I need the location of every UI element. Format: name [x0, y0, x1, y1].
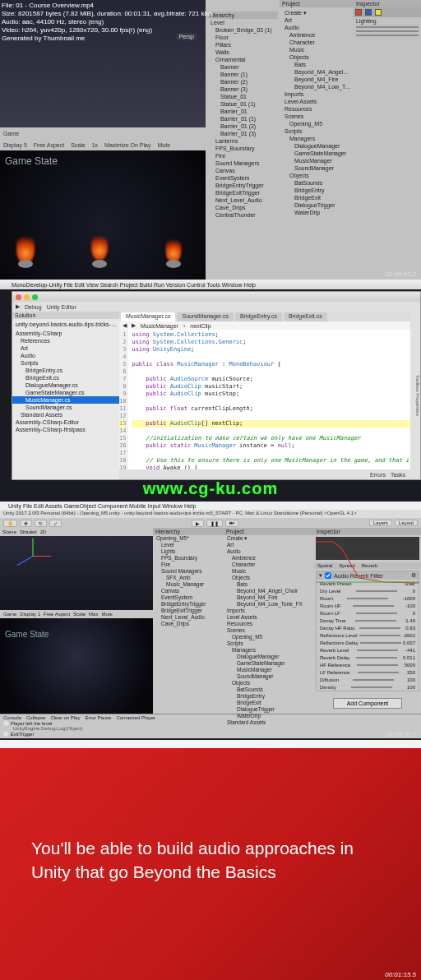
game-view[interactable]: Game State	[0, 150, 206, 280]
target-dropdown[interactable]: Unity Editor	[47, 304, 76, 310]
tree-item[interactable]: Audio	[12, 352, 119, 359]
tree-item[interactable]: GameStateManager	[224, 660, 314, 667]
inspector-slider[interactable]	[356, 26, 419, 28]
editor-tab[interactable]: BridgeEntry.cs	[235, 312, 282, 321]
hierarchy-tree[interactable]: Opening_M5*LevelLightsFPS_BoundaryFireSo…	[153, 535, 224, 627]
tree-item[interactable]: BridgeEntryTrigger	[153, 601, 224, 608]
tree-item[interactable]: Objects	[281, 53, 352, 61]
nav-fwd-icon[interactable]: ▶	[132, 322, 136, 329]
tree-item[interactable]: Art	[281, 16, 352, 24]
tree-item[interactable]: Art	[224, 542, 314, 548]
tree-item[interactable]: Managers	[224, 647, 314, 654]
hierarchy-panel-title[interactable]: Hierarchy	[153, 528, 224, 535]
property-value[interactable]: 0.83	[405, 626, 415, 631]
tree-item[interactable]: BatSounds	[281, 179, 352, 187]
maximize-window-icon[interactable]	[32, 294, 38, 300]
audio-curve-graph[interactable]	[316, 537, 419, 560]
add-component-button[interactable]: Add Component	[333, 698, 403, 709]
tree-item[interactable]: DialogueManager	[281, 142, 352, 150]
layout-dropdown[interactable]: Layout	[395, 520, 418, 526]
tree-item[interactable]: Character	[224, 562, 314, 568]
property-value[interactable]: 250	[407, 670, 415, 675]
tree-item[interactable]: Standard Assets	[224, 719, 314, 726]
tree-item[interactable]: Level	[207, 19, 278, 26]
tree-item[interactable]: Create ▾	[281, 9, 352, 16]
close-window-icon[interactable]	[16, 294, 21, 300]
game-view[interactable]: Game State	[0, 618, 153, 714]
tree-item[interactable]: Standard Assets	[12, 411, 119, 418]
nav-member[interactable]: nextClip	[190, 323, 210, 329]
tree-item[interactable]: Opening_M5	[224, 634, 314, 640]
tree-item[interactable]: SoundManager.cs	[12, 404, 119, 411]
property-slider[interactable]	[356, 590, 397, 592]
property-slider[interactable]	[358, 672, 399, 673]
tree-item[interactable]: Banner (3)	[207, 86, 278, 93]
tree-item[interactable]: Objects	[281, 172, 352, 179]
property-value[interactable]: -1000	[403, 596, 415, 601]
tree-item[interactable]: References	[12, 337, 119, 344]
project-panel-title[interactable]: Project	[224, 528, 314, 535]
game-maximize-toggle[interactable]: Maximize On Play	[104, 142, 150, 148]
property-value[interactable]: 0	[413, 589, 415, 594]
tree-item[interactable]: Managers	[281, 135, 352, 142]
lighting-section[interactable]: Lighting	[356, 18, 377, 24]
console-option[interactable]: Error Pause	[85, 715, 111, 720]
tree-item[interactable]: Ambience	[281, 31, 352, 39]
transform-gizmo-icon[interactable]	[33, 556, 74, 589]
tree-item[interactable]: Create ▾	[224, 535, 314, 542]
tree-item[interactable]: Beyond_M4_Angel_Choir	[281, 68, 352, 76]
tree-item[interactable]: Sound Managers	[153, 568, 224, 575]
display-dropdown[interactable]: Display 1	[20, 612, 40, 617]
nav-back-icon[interactable]: ◀	[123, 322, 127, 329]
tree-item[interactable]: BridgeEntryTrigger	[207, 182, 278, 189]
move-tool-icon[interactable]: ✥	[20, 520, 32, 527]
solution-tree[interactable]: Assembly-CSharpReferencesArtAudioScripts…	[12, 330, 119, 433]
tree-item[interactable]: MusicManager	[224, 667, 314, 673]
property-slider[interactable]	[360, 642, 401, 644]
tree-item[interactable]: Music	[224, 568, 314, 575]
tree-item[interactable]: Assembly-CSharp	[12, 330, 119, 337]
tree-item[interactable]: SFX_Amb	[153, 575, 224, 581]
property-value[interactable]: 5000	[405, 663, 415, 668]
hierarchy-panel-title[interactable]: Hierarchy	[207, 12, 278, 19]
console-option[interactable]: Clear on Play	[50, 715, 80, 720]
tree-item[interactable]: Assembly-CSharp-firstpass	[12, 426, 119, 433]
tree-item[interactable]: Objects	[224, 680, 314, 686]
tree-item[interactable]: CentralThunder	[207, 211, 278, 219]
tree-item[interactable]: MusicManager.cs	[12, 396, 119, 404]
property-value[interactable]: 0.007	[403, 640, 415, 645]
tree-item[interactable]: Barrier_01 (2)	[207, 122, 278, 130]
game-tab[interactable]: Game	[3, 131, 19, 136]
tree-item[interactable]: BridgeEntry.cs	[12, 367, 119, 374]
tree-item[interactable]: DialogueManager	[224, 654, 314, 660]
scale-tool-icon[interactable]: ⤢	[49, 520, 62, 527]
tree-item[interactable]: Ambience	[224, 555, 314, 562]
tasks-pad[interactable]: Tasks	[391, 472, 405, 478]
tree-item[interactable]: FPS_Boundary	[153, 555, 224, 562]
inspector-slider[interactable]	[356, 35, 419, 36]
mac-menubar[interactable]: Unity File Edit Assets GameObject Compon…	[0, 502, 421, 510]
tree-item[interactable]: FPS_Boundary	[207, 145, 278, 152]
tree-item[interactable]: Scripts	[224, 640, 314, 647]
tree-item[interactable]: GameStateManager.cs	[12, 389, 119, 396]
menubar-items[interactable]: MonoDevelop-Unity File Edit View Search …	[12, 282, 256, 288]
tree-item[interactable]: SoundManager	[281, 164, 352, 172]
editor-tab[interactable]: BridgeExit.cs	[284, 312, 327, 321]
tree-item[interactable]: Banner (2)	[207, 78, 278, 86]
tree-item[interactable]: Pillars	[207, 41, 278, 49]
property-slider[interactable]	[355, 620, 396, 622]
editor-tab[interactable]: MusicManager.cs	[121, 312, 175, 321]
property-slider[interactable]	[353, 605, 394, 607]
tree-item[interactable]: Statue_01 (1)	[207, 100, 278, 108]
property-slider[interactable]	[356, 612, 397, 614]
layers-dropdown[interactable]: Layers	[369, 520, 392, 526]
shaded-dropdown[interactable]: Shaded	[20, 529, 37, 534]
right-dock[interactable]: Toolbox Properties	[410, 312, 420, 479]
tree-item[interactable]: Character	[281, 39, 352, 46]
tree-item[interactable]: MusicManager	[281, 157, 352, 164]
nav-class[interactable]: MusicManager	[141, 323, 178, 329]
tree-item[interactable]: Imports	[281, 90, 352, 98]
tree-item[interactable]: BridgeExit	[224, 700, 314, 706]
tree-item[interactable]: EventSystem	[207, 174, 278, 182]
tree-item[interactable]: Sound Managers	[207, 159, 278, 167]
